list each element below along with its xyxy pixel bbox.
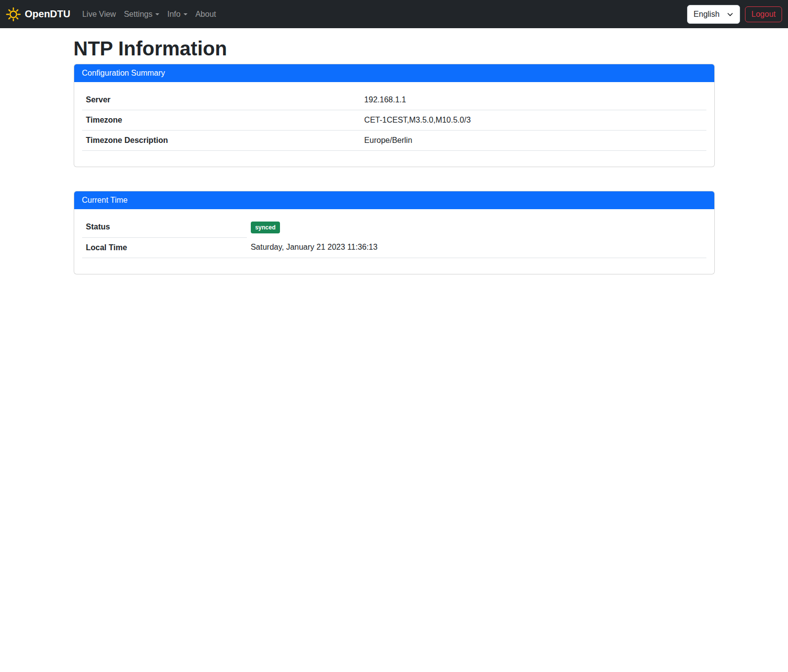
chevron-down-icon <box>184 13 187 15</box>
card-body: Status synced Local Time Saturday, Janua… <box>74 209 714 274</box>
page-title: NTP Information <box>74 37 715 60</box>
chevron-down-icon <box>727 11 734 18</box>
table-row: Timezone Description Europe/Berlin <box>82 131 706 151</box>
card-body: Server 192.168.1.1 Timezone CET-1CEST,M3… <box>74 82 714 167</box>
row-value: Saturday, January 21 2023 11:36:13 <box>247 237 706 258</box>
sun-icon <box>6 7 21 22</box>
row-label: Timezone Description <box>82 131 361 151</box>
row-value: 192.168.1.1 <box>360 90 706 110</box>
nav-item-label: Info <box>167 10 181 19</box>
language-select-value: English <box>694 10 719 19</box>
brand-label: OpenDTU <box>25 8 70 20</box>
nav-item-label: About <box>195 10 216 19</box>
top-navbar: OpenDTU Live View Settings Info About En… <box>0 0 788 28</box>
nav-item-live-view[interactable]: Live View <box>78 6 120 23</box>
brand-link[interactable]: OpenDTU <box>6 7 70 22</box>
nav-item-info[interactable]: Info <box>163 6 191 23</box>
configuration-summary-card: Configuration Summary Server 192.168.1.1… <box>74 64 715 167</box>
nav-item-about[interactable]: About <box>191 6 220 23</box>
card-header: Configuration Summary <box>74 64 714 82</box>
table-row: Timezone CET-1CEST,M3.5.0,M10.5.0/3 <box>82 110 706 131</box>
row-label: Local Time <box>82 237 247 258</box>
row-value: synced <box>247 217 706 237</box>
configuration-summary-table: Server 192.168.1.1 Timezone CET-1CEST,M3… <box>82 90 706 151</box>
table-row: Server 192.168.1.1 <box>82 90 706 110</box>
nav-item-settings[interactable]: Settings <box>120 6 163 23</box>
current-time-table: Status synced Local Time Saturday, Janua… <box>82 217 706 258</box>
logout-button[interactable]: Logout <box>745 6 782 22</box>
page-container: NTP Information Configuration Summary Se… <box>68 37 721 274</box>
table-row: Local Time Saturday, January 21 2023 11:… <box>82 237 706 258</box>
status-badge: synced <box>251 222 280 233</box>
navbar-right-group: English Logout <box>687 5 782 24</box>
table-row: Status synced <box>82 217 706 237</box>
language-select[interactable]: English <box>687 5 740 24</box>
nav-item-label: Settings <box>124 10 152 19</box>
row-label: Timezone <box>82 110 361 131</box>
row-label: Status <box>82 217 247 237</box>
row-label: Server <box>82 90 361 110</box>
card-header: Current Time <box>74 191 714 209</box>
row-value: CET-1CEST,M3.5.0,M10.5.0/3 <box>360 110 706 131</box>
row-value: Europe/Berlin <box>360 131 706 151</box>
current-time-card: Current Time Status synced Local Time Sa… <box>74 191 715 274</box>
main-nav: Live View Settings Info About <box>78 6 220 23</box>
nav-item-label: Live View <box>82 10 116 19</box>
chevron-down-icon <box>155 13 159 15</box>
